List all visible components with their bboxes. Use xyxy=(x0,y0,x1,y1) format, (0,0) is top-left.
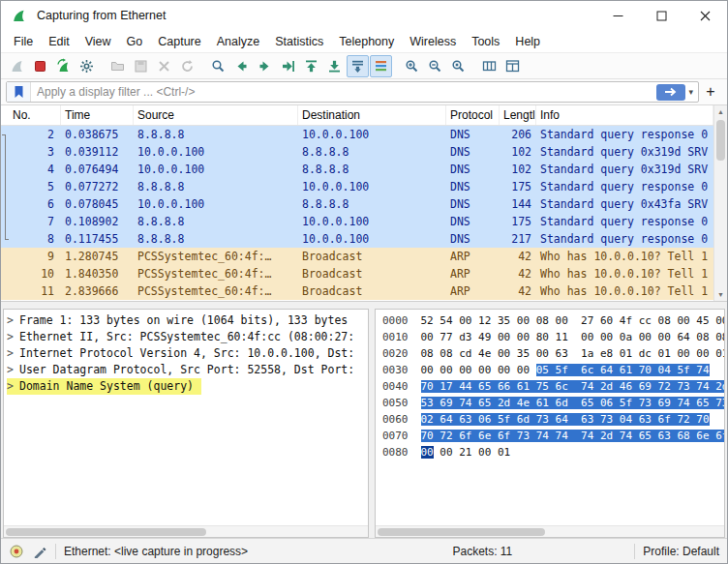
detail-row-2[interactable]: >Internet Protocol Version 4, Src: 10.0.… xyxy=(4,345,368,362)
close-button[interactable] xyxy=(683,1,727,30)
capture-options-icon[interactable] xyxy=(76,55,98,77)
scroll-down-arrow-icon[interactable]: ▼ xyxy=(714,288,727,301)
detail-hscrollbar-thumb[interactable] xyxy=(6,528,206,536)
hex-row-0080[interactable]: 008000 00 21 00 01 xyxy=(376,444,724,460)
add-filter-button[interactable]: + xyxy=(699,83,722,101)
hex-row-0040[interactable]: 004070 17 44 65 66 61 75 6c 74 2d 46 69 … xyxy=(376,378,724,395)
hex-offset: 0080 xyxy=(382,446,409,459)
restart-capture-icon[interactable] xyxy=(52,55,75,77)
cell-length: 217 xyxy=(500,230,536,248)
profile[interactable]: Profile: Default xyxy=(643,545,719,558)
hex-offset: 0070 xyxy=(382,430,409,442)
find-packet-icon[interactable] xyxy=(207,55,229,77)
zoom-in-icon[interactable] xyxy=(401,55,423,77)
column-header-destination[interactable]: Destination xyxy=(298,105,446,125)
go-to-packet-icon[interactable] xyxy=(277,55,299,77)
expander-icon[interactable]: > xyxy=(7,362,19,378)
packet-row-9[interactable]: 91.280745PCSSystemtec_60:4f:…BroadcastAR… xyxy=(1,248,713,265)
related-packet-mark xyxy=(1,161,9,178)
reload-file-icon[interactable] xyxy=(176,55,198,77)
column-header-info[interactable]: Info xyxy=(536,105,713,125)
packet-row-10[interactable]: 101.840350PCSSystemtec_60:4f:…BroadcastA… xyxy=(1,265,713,282)
filter-bar: ▾ + xyxy=(1,79,727,105)
maximize-button[interactable] xyxy=(640,1,683,30)
menu-go[interactable]: Go xyxy=(119,32,151,51)
packet-row-11[interactable]: 112.839666PCSSystemtec_60:4f:…BroadcastA… xyxy=(1,282,713,300)
hex-row-0070[interactable]: 007070 72 6f 6e 6f 73 74 74 74 2d 74 65 … xyxy=(376,428,724,444)
related-packet-mark xyxy=(1,265,9,282)
column-header-length[interactable]: Lengtl xyxy=(500,105,536,125)
hex-hscrollbar-thumb[interactable] xyxy=(378,528,545,536)
expander-icon[interactable]: > xyxy=(7,312,19,329)
apply-filter-button[interactable] xyxy=(656,84,685,101)
hex-row-0030[interactable]: 003000 00 00 00 00 00 05 5f 6c 64 61 70 … xyxy=(376,362,724,378)
packet-row-4[interactable]: 40.07649410.0.0.1008.8.8.8DNS102Standard… xyxy=(1,161,713,178)
scroll-up-arrow-icon[interactable]: ▲ xyxy=(714,105,727,118)
open-file-icon[interactable] xyxy=(106,55,129,77)
column-header-no[interactable]: No. xyxy=(9,105,61,125)
menu-file[interactable]: File xyxy=(6,32,41,51)
hex-offset: 0030 xyxy=(382,364,409,376)
colorize-icon[interactable] xyxy=(370,55,392,77)
cell-time: 0.039112 xyxy=(61,143,134,161)
detail-hscrollbar[interactable] xyxy=(4,525,368,537)
cell-destination: 8.8.8.8 xyxy=(298,161,446,178)
resize-columns-icon[interactable] xyxy=(478,55,500,77)
expander-icon[interactable]: > xyxy=(7,329,19,345)
display-filter-input[interactable] xyxy=(31,85,656,99)
expander-icon[interactable]: > xyxy=(7,345,19,362)
hex-row-0020[interactable]: 002008 08 cd 4e 00 35 00 63 1a e8 01 dc … xyxy=(376,345,724,362)
auto-scroll-icon[interactable] xyxy=(347,55,369,77)
go-forward-icon[interactable] xyxy=(254,55,276,77)
packet-row-2[interactable]: 20.0386758.8.8.810.0.0.100DNS206Standard… xyxy=(1,126,713,143)
go-last-packet-icon[interactable] xyxy=(323,55,346,77)
packet-row-7[interactable]: 70.1089028.8.8.810.0.0.100DNS175Standard… xyxy=(1,213,713,230)
stop-capture-icon[interactable] xyxy=(29,55,51,77)
detail-row-0[interactable]: >Frame 1: 133 bytes on wire (1064 bits),… xyxy=(4,312,368,329)
vertical-scrollbar-thumb[interactable] xyxy=(716,120,725,161)
reset-layout-icon[interactable] xyxy=(501,55,524,77)
hex-row-0010[interactable]: 001000 77 d3 49 00 00 80 11 00 00 0a 00 … xyxy=(376,329,724,345)
column-header-time[interactable]: Time xyxy=(61,105,134,125)
hex-row-0050[interactable]: 005053 69 74 65 2d 4e 61 6d 65 06 5f 73 … xyxy=(376,395,724,411)
capture-comment-pencil-icon[interactable] xyxy=(32,544,47,559)
status-bar: Ethernet: <live capture in progress> Pac… xyxy=(1,538,727,563)
go-first-packet-icon[interactable] xyxy=(300,55,322,77)
packet-row-3[interactable]: 30.03911210.0.0.1008.8.8.8DNS102Standard… xyxy=(1,143,713,161)
expander-icon[interactable]: > xyxy=(7,378,19,395)
packet-row-5[interactable]: 50.0772728.8.8.810.0.0.100DNS175Standard… xyxy=(1,178,713,195)
close-file-icon[interactable] xyxy=(153,55,175,77)
menu-wireless[interactable]: Wireless xyxy=(402,32,464,51)
menu-telephony[interactable]: Telephony xyxy=(331,32,402,51)
menu-statistics[interactable]: Statistics xyxy=(267,32,331,51)
hex-row-0000[interactable]: 000052 54 00 12 35 00 08 00 27 60 4f cc … xyxy=(376,312,724,329)
hex-row-0060[interactable]: 006002 64 63 06 5f 6d 73 64 63 73 04 63 … xyxy=(376,411,724,428)
menu-help[interactable]: Help xyxy=(507,32,548,51)
zoom-original-icon[interactable] xyxy=(447,55,470,77)
menu-capture[interactable]: Capture xyxy=(150,32,208,51)
hex-rows: 000052 54 00 12 35 00 08 00 27 60 4f cc … xyxy=(376,310,724,525)
zoom-out-icon[interactable] xyxy=(424,55,446,77)
minimize-button[interactable] xyxy=(596,1,640,30)
hex-hscrollbar[interactable] xyxy=(376,525,724,537)
filter-bookmark-icon[interactable] xyxy=(7,82,31,102)
menu-view[interactable]: View xyxy=(77,32,119,51)
go-back-icon[interactable] xyxy=(230,55,253,77)
detail-row-3[interactable]: >User Datagram Protocol, Src Port: 52558… xyxy=(4,362,368,378)
horizontal-splitter[interactable] xyxy=(1,302,727,309)
packet-list-scrollbar[interactable]: ▲ ▼ xyxy=(713,105,727,301)
menu-tools[interactable]: Tools xyxy=(464,32,507,51)
detail-row-4[interactable]: >Domain Name System (query) xyxy=(4,378,368,395)
column-header-protocol[interactable]: Protocol xyxy=(446,105,500,125)
save-file-icon[interactable] xyxy=(130,55,152,77)
start-capture-icon[interactable] xyxy=(6,55,28,77)
menu-edit[interactable]: Edit xyxy=(41,32,77,51)
packet-row-6[interactable]: 60.07804510.0.0.1008.8.8.8DNS144Standard… xyxy=(1,195,713,213)
detail-row-1[interactable]: >Ethernet II, Src: PCSSystemtec_60:4f:cc… xyxy=(4,329,368,345)
cell-protocol: ARP xyxy=(446,265,500,282)
expert-info-icon[interactable] xyxy=(9,544,24,559)
column-header-source[interactable]: Source xyxy=(134,105,298,125)
menu-analyze[interactable]: Analyze xyxy=(209,32,267,51)
packet-row-8[interactable]: 80.1174558.8.8.810.0.0.100DNS217Standard… xyxy=(1,230,713,248)
filter-dropdown-caret-icon[interactable]: ▾ xyxy=(688,87,693,97)
